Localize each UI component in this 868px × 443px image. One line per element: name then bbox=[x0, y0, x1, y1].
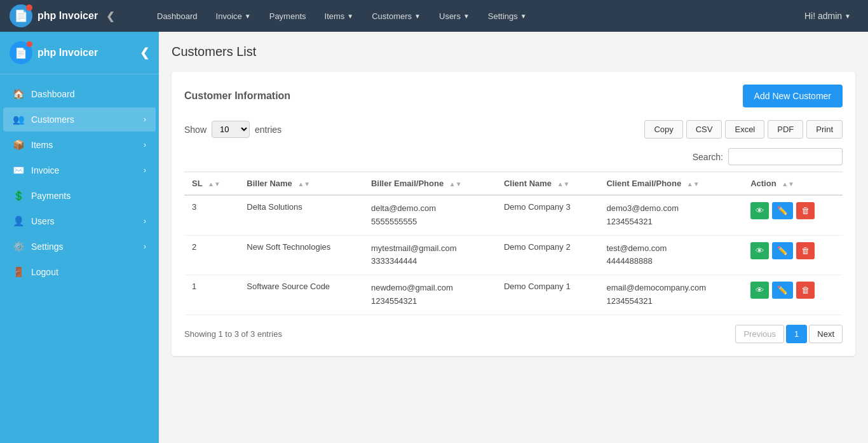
cell-client-email: demo3@demo.com1234554321 bbox=[599, 195, 743, 235]
main-content: Customers List Customer Information Add … bbox=[159, 32, 868, 443]
csv-button[interactable]: CSV bbox=[686, 120, 722, 139]
cell-client-email: email@democompany.com1234554321 bbox=[599, 275, 743, 315]
cell-sl: 2 bbox=[184, 235, 239, 275]
delete-button[interactable]: 🗑 bbox=[796, 202, 815, 219]
page-1-button[interactable]: 1 bbox=[786, 325, 807, 343]
sidebar-item-users[interactable]: 👤 Users › bbox=[3, 209, 156, 233]
brand-icon: 📄 bbox=[10, 4, 32, 27]
next-button[interactable]: Next bbox=[809, 325, 843, 343]
sidebar-item-customers[interactable]: 👥 Customers › bbox=[3, 107, 156, 132]
sidebar-brand-name: php Invoicer bbox=[37, 47, 98, 58]
pdf-button[interactable]: PDF bbox=[768, 120, 803, 139]
customer-card: Customer Information Add New Customer Sh… bbox=[172, 72, 855, 356]
cell-sl: 3 bbox=[184, 195, 239, 235]
sidebar-item-invoice[interactable]: ✉️ Invoice › bbox=[3, 158, 156, 182]
nav-settings[interactable]: Settings ▼ bbox=[480, 6, 534, 26]
sort-biller-email-icon: ▲▼ bbox=[449, 181, 462, 187]
delete-button[interactable]: 🗑 bbox=[796, 242, 815, 259]
col-client-name: Client Name ▲▼ bbox=[496, 172, 599, 196]
cell-biller-email: mytestmail@gmail.com3333344444 bbox=[363, 235, 496, 275]
cell-action: 👁 ✏️ 🗑 bbox=[743, 195, 843, 235]
cell-client-name: Demo Company 2 bbox=[496, 235, 599, 275]
pagination-area: Showing 1 to 3 of 3 entries Previous 1 N… bbox=[184, 325, 843, 343]
add-new-customer-button[interactable]: Add New Customer bbox=[743, 85, 843, 107]
card-header: Customer Information Add New Customer bbox=[184, 85, 843, 107]
admin-label: Hi! admin bbox=[804, 11, 842, 21]
nav-dashboard[interactable]: Dashboard bbox=[149, 6, 205, 26]
nav-users-arrow: ▼ bbox=[463, 13, 470, 20]
delete-button[interactable]: 🗑 bbox=[796, 282, 815, 299]
settings-icon: ⚙️ bbox=[13, 241, 25, 252]
nav-items[interactable]: Items ▼ bbox=[317, 6, 362, 26]
table-header-row: SL ▲▼ Biller Name ▲▼ Biller Email/Phone … bbox=[184, 172, 843, 196]
cell-biller-email: delta@demo.com5555555555 bbox=[363, 195, 496, 235]
edit-button[interactable]: ✏️ bbox=[772, 242, 793, 259]
items-icon: 📦 bbox=[13, 139, 25, 151]
dashboard-icon: 🏠 bbox=[13, 88, 25, 100]
sidebar-label-invoice: Invoice bbox=[31, 165, 59, 175]
cell-client-email: test@demo.com4444488888 bbox=[599, 235, 743, 275]
admin-arrow: ▼ bbox=[844, 13, 851, 20]
sort-action-icon: ▲▼ bbox=[782, 181, 794, 187]
sidebar-label-payments: Payments bbox=[31, 191, 71, 201]
nav-settings-arrow: ▼ bbox=[520, 13, 527, 20]
edit-button[interactable]: ✏️ bbox=[772, 202, 793, 219]
excel-button[interactable]: Excel bbox=[725, 120, 764, 139]
col-biller-email: Biller Email/Phone ▲▼ bbox=[363, 172, 496, 196]
show-label: Show bbox=[184, 125, 207, 135]
nav-payments[interactable]: Payments bbox=[262, 6, 314, 26]
top-navbar: 📄 php Invoicer ❮ Dashboard Invoice ▼ Pay… bbox=[0, 0, 868, 32]
logout-icon: 🚪 bbox=[13, 266, 25, 278]
customers-arrow-icon: › bbox=[144, 115, 146, 124]
cell-action: 👁 ✏️ 🗑 bbox=[743, 275, 843, 315]
table-row: 1 Software Source Code newdemo@gmail.com… bbox=[184, 275, 843, 315]
invoice-arrow-icon: › bbox=[144, 166, 146, 175]
brand: 📄 php Invoicer ❮ bbox=[10, 4, 137, 27]
export-buttons: Copy CSV Excel PDF Print bbox=[644, 120, 843, 139]
sidebar-collapse-icon[interactable]: ❮ bbox=[106, 10, 114, 22]
col-client-email: Client Email/Phone ▲▼ bbox=[599, 172, 743, 196]
nav-customers[interactable]: Customers ▼ bbox=[364, 6, 428, 26]
edit-button[interactable]: ✏️ bbox=[772, 282, 793, 299]
sort-sl-icon: ▲▼ bbox=[208, 181, 220, 187]
brand-dot bbox=[26, 4, 32, 11]
search-bar: Search: bbox=[184, 148, 843, 165]
sidebar-label-dashboard: Dashboard bbox=[31, 89, 75, 99]
search-input[interactable] bbox=[728, 148, 843, 165]
sidebar-label-settings: Settings bbox=[31, 242, 64, 252]
table-row: 2 New Soft Technologies mytestmail@gmail… bbox=[184, 235, 843, 275]
view-button[interactable]: 👁 bbox=[750, 202, 769, 219]
entries-select[interactable]: 10 25 50 100 bbox=[212, 121, 250, 138]
previous-button[interactable]: Previous bbox=[735, 325, 784, 343]
settings-arrow-icon: › bbox=[144, 242, 146, 251]
sidebar: 📄 php Invoicer ❮ 🏠 Dashboard 👥 Customers… bbox=[0, 32, 159, 443]
sidebar-item-dashboard[interactable]: 🏠 Dashboard bbox=[3, 82, 156, 106]
cell-biller-email: newdemo@gmail.com1234554321 bbox=[363, 275, 496, 315]
print-button[interactable]: Print bbox=[806, 120, 843, 139]
sidebar-label-customers: Customers bbox=[31, 114, 74, 125]
sidebar-toggle[interactable]: ❮ bbox=[140, 46, 149, 60]
nav-users[interactable]: Users ▼ bbox=[431, 6, 477, 26]
sort-client-name-icon: ▲▼ bbox=[557, 181, 570, 187]
sidebar-item-settings[interactable]: ⚙️ Settings › bbox=[3, 235, 156, 259]
col-action: Action ▲▼ bbox=[743, 172, 843, 196]
sort-biller-name-icon: ▲▼ bbox=[297, 181, 310, 187]
admin-menu[interactable]: Hi! admin ▼ bbox=[797, 6, 858, 26]
card-title: Customer Information bbox=[184, 90, 290, 102]
sidebar-item-items[interactable]: 📦 Items › bbox=[3, 133, 156, 157]
cell-sl: 1 bbox=[184, 275, 239, 315]
table-row: 3 Delta Solutions delta@demo.com55555555… bbox=[184, 195, 843, 235]
sidebar-item-logout[interactable]: 🚪 Logout bbox=[3, 260, 156, 284]
view-button[interactable]: 👁 bbox=[750, 282, 769, 299]
view-button[interactable]: 👁 bbox=[750, 242, 769, 259]
nav-invoice[interactable]: Invoice ▼ bbox=[208, 6, 259, 26]
sidebar-item-payments[interactable]: 💲 Payments bbox=[3, 184, 156, 208]
pagination: Previous 1 Next bbox=[735, 325, 843, 343]
showing-text: Showing 1 to 3 of 3 entries bbox=[184, 329, 282, 339]
copy-button[interactable]: Copy bbox=[644, 120, 682, 139]
sidebar-label-items: Items bbox=[31, 140, 53, 150]
col-biller-name: Biller Name ▲▼ bbox=[239, 172, 363, 196]
nav-customers-arrow: ▼ bbox=[414, 13, 421, 20]
sidebar-label-users: Users bbox=[31, 216, 55, 226]
page-title: Customers List bbox=[172, 44, 855, 59]
